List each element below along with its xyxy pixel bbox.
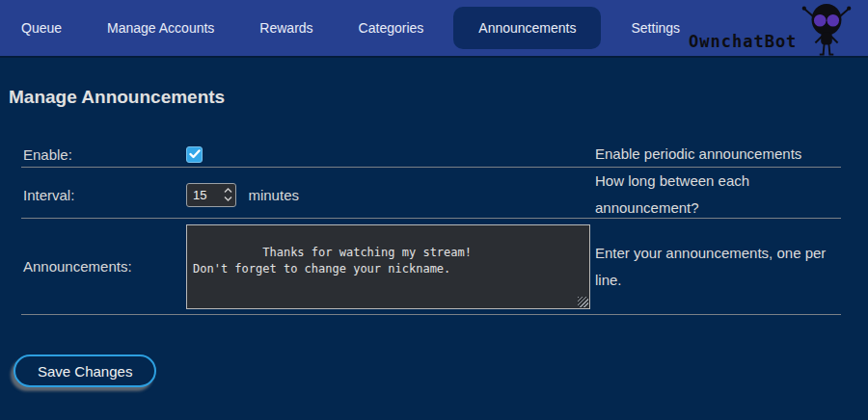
- nav-item-queue[interactable]: Queue: [6, 9, 77, 47]
- nav-item-announcements[interactable]: Announcements: [453, 7, 601, 49]
- announcements-help-text: Enter your announcements, one per line.: [595, 240, 838, 294]
- interval-input[interactable]: 15: [186, 183, 236, 207]
- form-row-interval: Interval: 15 minutes How long between ea: [21, 168, 841, 219]
- interval-help-text: How long between each announcement?: [595, 168, 838, 222]
- nav-item-rewards[interactable]: Rewards: [244, 9, 328, 47]
- enable-label: Enable:: [21, 146, 186, 163]
- announcements-textarea[interactable]: Thanks for watching my stream! Don't for…: [186, 224, 590, 309]
- robot-mascot-icon: [799, 1, 854, 57]
- brand-text: OwnchatBot: [689, 32, 797, 51]
- announcements-form: Enable: Enable periodic announcements In…: [21, 141, 841, 315]
- enable-help-text: Enable periodic announcements: [595, 141, 838, 168]
- nav-item-settings[interactable]: Settings: [615, 9, 695, 47]
- enable-checkbox[interactable]: [186, 146, 203, 163]
- spinner-up-icon[interactable]: [224, 188, 232, 194]
- interval-label: Interval:: [21, 187, 186, 203]
- navbar: Queue Manage Accounts Rewards Categories…: [0, 0, 868, 58]
- page-title: Manage Announcements: [9, 87, 225, 108]
- spinner-down-icon[interactable]: [224, 196, 232, 201]
- nav-item-manage-accounts[interactable]: Manage Accounts: [92, 9, 230, 47]
- app-window: Queue Manage Accounts Rewards Categories…: [0, 0, 868, 420]
- nav-item-categories[interactable]: Categories: [343, 9, 440, 47]
- announcements-text: Thanks for watching my stream! Don't for…: [193, 246, 472, 276]
- checkmark-icon: [189, 149, 201, 159]
- interval-suffix: minutes: [248, 187, 299, 203]
- announcements-label: Announcements:: [21, 258, 186, 275]
- brand-logo: OwnchatBot: [689, 0, 853, 58]
- form-row-announcements: Announcements: Thanks for watching my st…: [21, 219, 841, 315]
- form-row-enable: Enable: Enable periodic announcements: [21, 141, 841, 168]
- interval-value: 15: [187, 184, 220, 206]
- number-spinner: [220, 184, 235, 206]
- save-changes-button[interactable]: Save Changes: [14, 354, 156, 387]
- resize-grip-icon[interactable]: [578, 297, 588, 307]
